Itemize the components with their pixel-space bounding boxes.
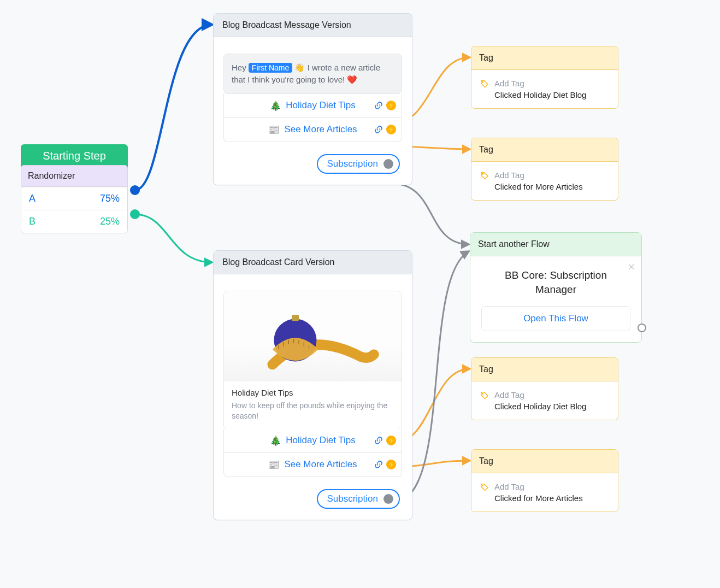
svg-point-14 [482,485,483,486]
button-label: Holiday Diet Tips [286,435,356,446]
tag-node-head: Tag [471,46,618,70]
bolt-icon: ⚡ [386,125,396,134]
card-image [224,291,402,381]
tag-value: Clicked for More Articles [494,182,609,191]
subscription-label: Subscription [327,493,378,504]
tag-node-head: Tag [471,138,618,162]
randomizer-option-b[interactable]: B 25% [21,210,127,233]
randomizer-option-a-pct: 75% [100,193,120,204]
card-preview: Holiday Diet Tips How to keep off the po… [223,291,402,430]
subscription-label: Subscription [327,158,378,169]
button-label: Holiday Diet Tips [286,100,356,111]
tag-icon [480,79,489,88]
first-name-chip: First Name [249,63,292,73]
subscription-pill[interactable]: Subscription [317,154,400,174]
bolt-icon: ⚡ [386,101,396,110]
close-icon[interactable]: ✕ [628,262,635,272]
svg-point-13 [482,393,483,394]
start-another-flow-node[interactable]: Start another Flow ✕ BB Core: Subscripti… [470,232,642,343]
button-label: See More Articles [284,459,357,470]
message-bubble: Hey First Name 👋 I wrote a new article t… [223,54,402,94]
flow-node-title: BB Core: Subscription Manager [487,268,625,296]
message-block-card-title: Blog Broadcast Card Version [214,251,412,274]
tag-node-head: Tag [471,358,618,381]
randomizer-option-b-key: B [29,216,36,227]
subscription-port[interactable] [383,159,393,169]
bolt-icon: ⚡ [386,436,396,445]
add-tag-label: Add Tag [494,79,524,88]
see-more-articles-button[interactable]: 📰 See More Articles ⚡ [223,453,402,477]
tag-value: Clicked Holiday Diet Blog [494,90,609,99]
message-block-card-version[interactable]: Blog Broadcast Card Version [213,250,412,520]
svg-point-12 [482,173,483,174]
link-icon [374,460,383,469]
see-more-articles-button[interactable]: 📰 See More Articles ⚡ [223,118,402,142]
tag-value: Clicked Holiday Diet Blog [494,402,609,411]
message-block-version-title: Blog Broadcast Message Version [214,14,412,37]
card-subtitle: How to keep off the pounds while enjoyin… [232,401,394,421]
tag-node[interactable]: Tag Add Tag Clicked Holiday Diet Blog [471,46,618,109]
link-icon [374,101,383,110]
card-title: Holiday Diet Tips [232,388,394,397]
add-tag-label: Add Tag [494,390,524,399]
flow-output-port[interactable] [638,324,646,332]
subscription-pill[interactable]: Subscription [317,489,400,509]
tag-icon [480,391,489,399]
message-block-version[interactable]: Blog Broadcast Message Version Hey First… [213,13,412,185]
tag-node[interactable]: Tag Add Tag Clicked for More Articles [471,138,618,201]
randomizer-option-a-key: A [29,193,36,204]
holiday-diet-tips-button[interactable]: 🎄 Holiday Diet Tips ⚡ [223,429,402,453]
starting-step[interactable]: Starting Step Randomizer A 75% B 25% [21,144,128,233]
randomizer-node[interactable]: Randomizer A 75% B 25% [21,165,128,233]
link-icon [374,436,383,445]
newspaper-icon: 📰 [268,124,280,136]
randomizer-label: Randomizer [21,166,127,187]
tree-icon: 🎄 [270,435,281,446]
newspaper-icon: 📰 [268,459,280,471]
randomizer-option-a[interactable]: A 75% [21,187,127,210]
tag-node-head: Tag [471,450,618,473]
subscription-port[interactable] [383,494,393,504]
svg-rect-3 [292,315,299,321]
link-icon [374,125,383,134]
ornament-tape-icon [242,296,384,378]
bubble-pre: Hey [232,63,249,72]
tag-value: Clicked for More Articles [494,493,609,503]
randomizer-option-b-pct: 25% [100,216,120,227]
svg-point-11 [482,81,483,83]
button-label: See More Articles [284,124,357,135]
tree-icon: 🎄 [270,100,281,111]
open-this-flow-button[interactable]: Open This Flow [481,306,630,331]
tag-icon [480,483,489,491]
tag-node[interactable]: Tag Add Tag Clicked Holiday Diet Blog [471,357,618,420]
add-tag-label: Add Tag [494,170,524,180]
tag-node[interactable]: Tag Add Tag Clicked for More Articles [471,449,618,512]
svg-point-1 [130,209,140,219]
tag-icon [480,171,489,180]
svg-point-0 [130,185,140,195]
flow-node-head: Start another Flow [470,233,641,256]
add-tag-label: Add Tag [494,482,524,491]
holiday-diet-tips-button[interactable]: 🎄 Holiday Diet Tips ⚡ [223,94,402,118]
bolt-icon: ⚡ [386,460,396,469]
